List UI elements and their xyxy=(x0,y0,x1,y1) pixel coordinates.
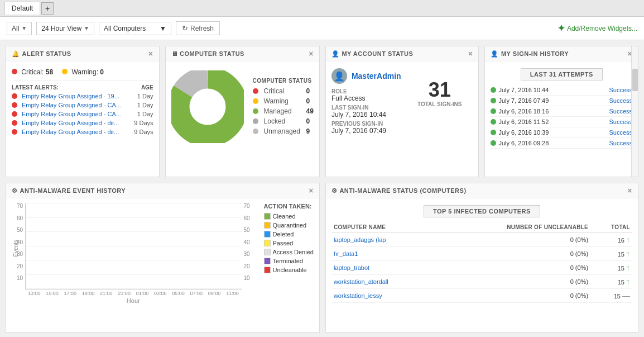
attempts-button[interactable]: LAST 31 ATTEMPTS xyxy=(521,68,603,80)
tab-add[interactable]: + xyxy=(41,2,54,15)
computer-status-close[interactable]: × xyxy=(309,50,314,58)
signin-status[interactable]: Success xyxy=(609,140,632,146)
legend-item-text: Deleted xyxy=(273,231,294,238)
signin-status[interactable]: Success xyxy=(609,97,632,104)
signin-row: July 7, 2016 07:49 Success xyxy=(491,96,632,106)
x-label: 19:00 xyxy=(79,291,97,296)
legend-row: Unmanaged 9 xyxy=(253,126,314,136)
computers-dropdown[interactable]: All Computers ▼ xyxy=(99,22,171,35)
total-cell: 15 — xyxy=(590,289,632,303)
table-row: workstation_atordall 0 (0%) 15 ↑ xyxy=(331,275,632,289)
malware-header-icon: ⚙ xyxy=(12,187,18,194)
legend-dot xyxy=(253,88,258,94)
alert-status-close[interactable]: × xyxy=(148,50,153,58)
alert-age: 1 Day xyxy=(137,102,153,108)
computer-link[interactable]: hr_data1 xyxy=(334,250,358,257)
trend-flat-icon: — xyxy=(622,291,630,300)
all-label: All xyxy=(12,25,19,32)
total-cell: 15 ↑ xyxy=(590,247,632,261)
latest-alerts-label: LATEST ALERTS: xyxy=(12,84,59,91)
bars-container xyxy=(26,203,242,289)
malware-status-widget: ⚙ ANTI-MALWARE STATUS (COMPUTERS) × TOP … xyxy=(325,183,638,333)
malware-status-close[interactable]: × xyxy=(627,187,632,194)
signin-history-widget: 👤 MY SIGN-IN HISTORY × LAST 31 ATTEMPTS … xyxy=(484,46,638,177)
account-status-widget: 👤 MY ACCOUNT STATUS × 👤 MasterAdmin ROLE… xyxy=(325,46,479,177)
scrollbar-thumb[interactable] xyxy=(632,69,638,91)
malware-history-widget: ⚙ ANTI-MALWARE EVENT HISTORY × 706050403… xyxy=(6,183,320,333)
signin-status[interactable]: Success xyxy=(609,87,632,93)
legend-item: Access Denied xyxy=(264,248,314,257)
total-cell: 15 ↑ xyxy=(590,261,632,275)
account-header-icon: 👤 xyxy=(331,50,340,58)
computer-status-widget: 🖥 COMPUTER STATUS × COMPUTER STATUS Cr xyxy=(165,46,320,177)
computers-label: All Computers xyxy=(104,25,146,32)
critical-indicator: Critical: 58 xyxy=(12,68,53,76)
trend-up-icon: ↑ xyxy=(626,249,630,258)
computer-link[interactable]: workstation_iessy xyxy=(334,292,382,299)
legend-color-swatch xyxy=(264,222,271,229)
scrollbar[interactable] xyxy=(631,46,638,177)
signin-date: July 6, 2016 18:16 xyxy=(498,108,609,115)
legend-color-swatch xyxy=(264,213,271,220)
tab-default[interactable]: Default xyxy=(4,2,40,15)
age-label: AGE xyxy=(141,84,153,91)
alert-text[interactable]: Empty Relay Group Assigned - dir... xyxy=(12,129,123,135)
legend-item: Deleted xyxy=(264,230,314,239)
account-status-body: 👤 MasterAdmin ROLE Full Access LAST SIGN… xyxy=(326,61,479,139)
x-label: 09:00 xyxy=(205,291,223,296)
alert-row: Empty Relay Group Assigned - dir... 9 Da… xyxy=(12,127,153,136)
add-widgets-icon: ✦ xyxy=(558,23,565,34)
signin-status[interactable]: Success xyxy=(609,129,632,136)
table-row: laptop_trabot 0 (0%) 15 ↑ xyxy=(331,261,632,275)
alert-message: Empty Relay Group Assigned - dir... xyxy=(22,120,119,126)
legend-item-label: Critical xyxy=(264,87,303,95)
toolbar: All ▼ 24 Hour View ▼ All Computers ▼ ↻ R… xyxy=(0,17,644,40)
malware-status-title: ANTI-MALWARE STATUS (COMPUTERS) xyxy=(339,187,466,194)
signin-dot xyxy=(491,87,496,93)
signin-dot xyxy=(491,119,496,125)
computer-status-body: COMPUTER STATUS Critical 0 Warning 0 Man… xyxy=(166,61,319,152)
refresh-button[interactable]: ↻ Refresh xyxy=(176,21,220,35)
col-total: TOTAL xyxy=(590,222,632,233)
legend-item-value: 0 xyxy=(306,87,310,95)
malware-history-close[interactable]: × xyxy=(309,187,314,194)
chart-legend: ACTION TAKEN: Cleaned Quarantined Delete… xyxy=(259,203,314,304)
legend-item-text: Access Denied xyxy=(273,249,314,255)
signin-status[interactable]: Success xyxy=(609,118,632,125)
signin-dot xyxy=(491,108,496,114)
computer-link[interactable]: laptop_adaggs (lap xyxy=(334,236,386,243)
signin-date: July 6, 2016 09:28 xyxy=(498,140,609,146)
legend-item-label: Managed xyxy=(264,107,303,115)
legend-color-swatch xyxy=(264,267,271,273)
alert-status-body: Critical: 58 Warning: 0 LATEST ALERTS: A… xyxy=(6,61,159,141)
legend-item: Terminated xyxy=(264,257,314,265)
legend-row: Locked 0 xyxy=(253,116,314,126)
computer-legend: COMPUTER STATUS Critical 0 Warning 0 Man… xyxy=(253,78,314,136)
legend-row: Managed 49 xyxy=(253,106,314,116)
alert-text[interactable]: Empty Relay Group Assigned - dir... xyxy=(12,120,123,126)
alert-status-title: ALERT STATUS xyxy=(22,50,71,57)
account-status-close[interactable]: × xyxy=(468,50,473,58)
alert-text[interactable]: Empty Relay Group Assigned - CA... xyxy=(12,111,123,117)
computer-status-title: COMPUTER STATUS xyxy=(180,50,244,57)
computer-link[interactable]: workstation_atordall xyxy=(334,278,388,285)
signin-status[interactable]: Success xyxy=(609,108,632,115)
signin-date: July 7, 2016 07:49 xyxy=(498,97,609,104)
view-dropdown[interactable]: 24 Hour View ▼ xyxy=(36,22,94,35)
add-widgets-button[interactable]: ✦ Add/Remove Widgets... xyxy=(558,23,637,34)
legend-item: Passed xyxy=(264,239,314,248)
main-grid: 🔔 ALERT STATUS × Critical: 58 Warning: 0 xyxy=(0,40,644,337)
alert-text[interactable]: Empty Relay Group Assigned - CA... xyxy=(12,102,123,108)
all-dropdown[interactable]: All ▼ xyxy=(7,22,32,35)
x-label: 05:00 xyxy=(169,291,187,296)
warning-indicator: Warning: 0 xyxy=(62,68,104,76)
top5-button[interactable]: TOP 5 INFECTED COMPUTERS xyxy=(424,205,540,217)
computer-name-cell: laptop_trabot xyxy=(331,261,437,275)
total-cell: 16 ↑ xyxy=(590,233,632,247)
alert-text[interactable]: Empty Relay Group Assigned - 19... xyxy=(12,93,123,99)
malware-status-header: ⚙ ANTI-MALWARE STATUS (COMPUTERS) × xyxy=(326,183,638,198)
x-label: 17:00 xyxy=(61,291,79,296)
alert-message: Empty Relay Group Assigned - CA... xyxy=(22,111,121,117)
signin-history-header: 👤 MY SIGN-IN HISTORY × xyxy=(485,46,638,61)
computer-link[interactable]: laptop_trabot xyxy=(334,264,369,271)
